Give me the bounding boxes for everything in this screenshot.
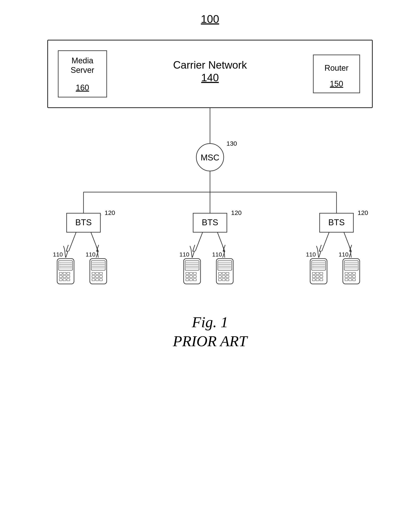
svg-rect-56 [216,259,233,284]
network-diagram: Media Server 160 Carrier Network 140 Rou… [41,38,379,439]
signal-bts3-left [322,232,329,251]
diagram-container: Media Server 160 Carrier Network 140 Rou… [31,38,389,439]
bolt-bts2-left [192,245,195,257]
svg-line-72 [317,249,319,257]
svg-text:110: 110 [339,251,349,258]
radio-bts3-left: 110 [306,246,327,284]
carrier-network-ref: 140 [201,72,219,84]
carrier-network-label: Carrier Network [173,59,247,71]
bts3-ref: 120 [358,209,368,216]
router-label: Router [324,63,349,72]
svg-line-1 [63,246,65,249]
svg-line-0 [65,249,66,257]
svg-rect-92 [343,259,360,284]
media-server-label2: Server [71,66,94,75]
svg-text:110: 110 [212,251,222,258]
page-title: 100 [201,13,219,25]
figure-sublabel: PRIOR ART [173,333,248,350]
svg-rect-38 [184,259,201,284]
radio-bts2-right: 110 [212,246,233,284]
msc-label: MSC [201,153,219,162]
radio-bts2-left: 110 [180,246,201,284]
figure-label: Fig. 1 [192,314,228,331]
router-ref: 150 [330,79,343,88]
signal-bts1-left [69,232,76,251]
svg-rect-20 [90,259,107,284]
svg-rect-2 [57,259,74,284]
bts2-ref: 120 [231,209,242,216]
bolt-bts3-left [319,245,321,257]
svg-text:110: 110 [53,251,63,258]
radio-bts3-right: 110 [339,246,360,284]
bts1-ref: 120 [105,209,115,216]
svg-rect-74 [310,259,327,284]
radio-bts1-left: 110 [53,246,74,284]
media-server-label: Media [71,56,93,65]
radio-bts1-right: 110 [86,246,107,284]
svg-line-37 [190,246,191,249]
bts1-label: BTS [75,218,92,227]
svg-line-73 [316,246,317,249]
svg-text:110: 110 [306,251,316,258]
bolt-bts1-left [66,245,68,257]
bts2-label: BTS [202,218,218,227]
msc-ref: 130 [226,140,237,147]
svg-line-36 [191,249,192,257]
svg-text:110: 110 [180,251,189,258]
bts3-label: BTS [328,218,345,227]
svg-text:110: 110 [86,251,96,258]
signal-bts2-left [195,232,202,251]
media-server-ref: 160 [76,83,89,92]
